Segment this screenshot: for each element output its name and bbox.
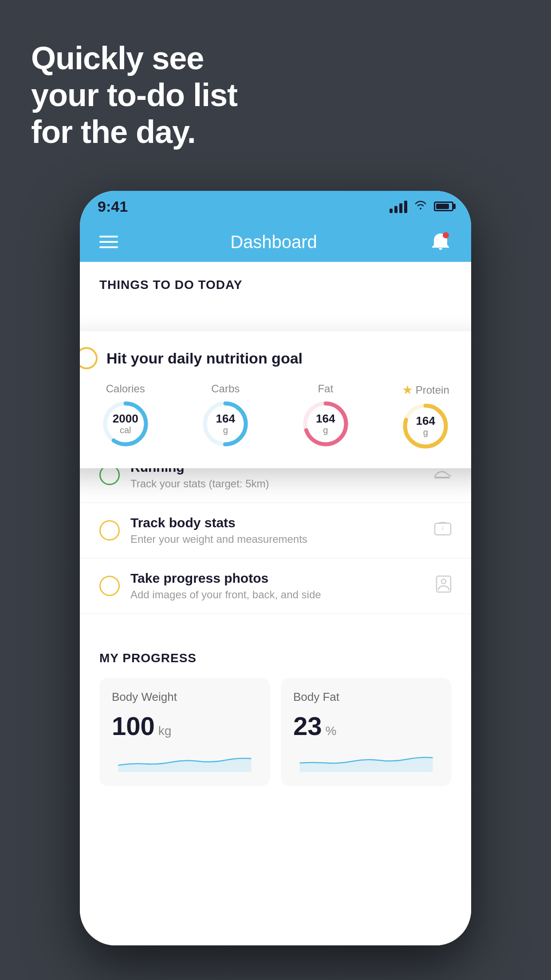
svg-point-0 <box>443 232 449 238</box>
photos-check-circle <box>99 576 120 596</box>
wifi-icon <box>413 200 428 213</box>
progress-cards: Body Weight 100 kg Body Fat <box>99 678 452 786</box>
calories-value: 2000 <box>113 412 138 425</box>
fat-unit: g <box>316 425 335 435</box>
fat-ring: 164 g <box>301 399 350 448</box>
nutrition-grid: Calories 2000 cal <box>80 383 471 450</box>
photos-title: Take progress photos <box>130 571 436 586</box>
body-weight-card[interactable]: Body Weight 100 kg <box>99 678 270 786</box>
body-weight-value-row: 100 kg <box>112 711 258 741</box>
hero-text: Quickly see your to-do list for the day. <box>31 40 237 150</box>
nav-title: Dashboard <box>230 232 317 252</box>
fat-label: Fat <box>318 383 333 395</box>
body-fat-card[interactable]: Body Fat 23 % <box>281 678 452 786</box>
person-icon <box>436 575 452 597</box>
todo-progress-photos[interactable]: Take progress photos Add images of your … <box>80 558 471 614</box>
signal-icon <box>390 200 407 213</box>
body-fat-chart <box>293 750 439 772</box>
nutrition-check-circle <box>80 347 98 369</box>
nav-bar: Dashboard <box>80 222 471 262</box>
things-header: THINGS TO DO TODAY <box>80 262 471 301</box>
phone-mockup: 9:41 <box>80 191 471 945</box>
protein-label: Protein <box>416 384 449 396</box>
nutrition-fat: Fat 164 g <box>301 383 350 448</box>
progress-section: MY PROGRESS Body Weight 100 kg <box>80 632 471 786</box>
carbs-ring: 164 g <box>201 399 250 448</box>
carbs-label: Carbs <box>211 383 240 395</box>
shoe-icon <box>434 466 452 484</box>
calories-ring: 2000 cal <box>101 399 150 448</box>
star-icon: ★ <box>402 383 413 397</box>
body-weight-title: Body Weight <box>112 690 258 704</box>
bodystats-subtitle: Enter your weight and measurements <box>130 533 434 545</box>
bodystats-check-circle <box>99 520 120 541</box>
nutrition-card: Hit your daily nutrition goal Calories <box>80 331 471 468</box>
nutrition-protein: ★ Protein 164 g <box>401 383 450 450</box>
todo-list: Running Track your stats (target: 5km) <box>80 447 471 614</box>
body-weight-unit: kg <box>158 724 172 738</box>
carbs-unit: g <box>216 425 235 435</box>
body-fat-title: Body Fat <box>293 690 439 704</box>
card-title-row: Hit your daily nutrition goal <box>80 347 471 369</box>
body-weight-chart <box>112 750 258 772</box>
svg-point-12 <box>441 579 446 584</box>
body-fat-value-row: 23 % <box>293 711 439 741</box>
bodystats-text: Track body stats Enter your weight and m… <box>130 515 434 545</box>
nutrition-carbs: Carbs 164 g <box>201 383 250 448</box>
scale-icon <box>434 521 452 541</box>
battery-icon <box>434 202 453 211</box>
body-weight-value: 100 <box>112 711 155 741</box>
notification-bell-icon[interactable] <box>429 231 452 253</box>
progress-header: MY PROGRESS <box>99 651 452 665</box>
todo-body-stats[interactable]: Track body stats Enter your weight and m… <box>80 503 471 558</box>
carbs-value: 164 <box>216 412 235 425</box>
nutrition-calories: Calories 2000 cal <box>101 383 150 448</box>
status-bar: 9:41 <box>80 191 471 222</box>
bodystats-title: Track body stats <box>130 515 434 530</box>
hero-line1: Quickly see <box>31 40 237 77</box>
calories-label: Calories <box>106 383 145 395</box>
status-icons <box>390 200 453 213</box>
hero-line2: your to-do list <box>31 77 237 114</box>
hero-line3: for the day. <box>31 114 237 150</box>
phone-content: THINGS TO DO TODAY Hit your daily nutrit… <box>80 262 471 945</box>
status-time: 9:41 <box>98 198 128 215</box>
protein-unit: g <box>416 427 435 438</box>
nutrition-card-title: Hit your daily nutrition goal <box>106 350 303 367</box>
body-fat-unit: % <box>326 724 337 738</box>
protein-ring: 164 g <box>401 402 450 450</box>
running-subtitle: Track your stats (target: 5km) <box>130 478 434 490</box>
body-fat-value: 23 <box>293 711 322 741</box>
calories-unit: cal <box>113 425 138 435</box>
phone-screen: 9:41 <box>80 191 471 945</box>
protein-label-row: ★ Protein <box>402 383 449 397</box>
protein-value: 164 <box>416 415 435 427</box>
svg-rect-9 <box>435 523 451 535</box>
photos-text: Take progress photos Add images of your … <box>130 571 436 601</box>
fat-value: 164 <box>316 412 335 425</box>
photos-subtitle: Add images of your front, back, and side <box>130 589 436 601</box>
menu-button[interactable] <box>99 236 118 248</box>
